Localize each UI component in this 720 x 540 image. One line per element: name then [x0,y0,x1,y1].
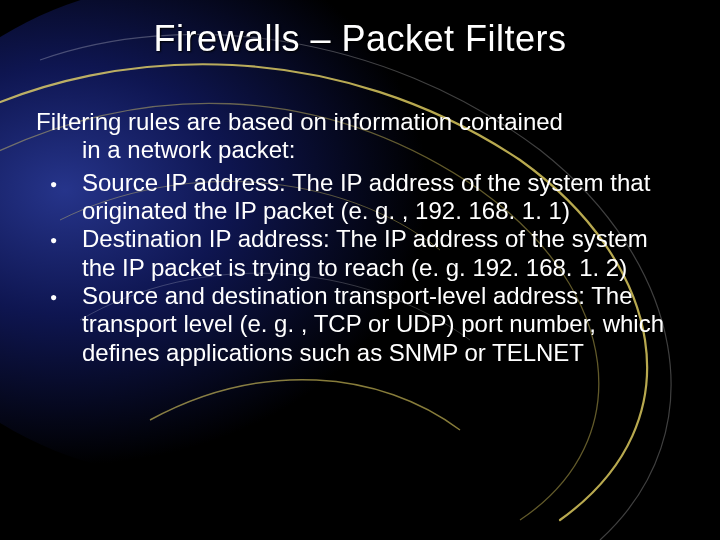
list-item: Source IP address: The IP address of the… [36,169,684,226]
slide-title: Firewalls – Packet Filters [0,18,720,60]
slide: Firewalls – Packet Filters Filtering rul… [0,0,720,540]
bullet-list: Source IP address: The IP address of the… [36,169,684,367]
intro-line-2: in a network packet: [36,136,684,164]
bullet-text: Destination IP address: The IP address o… [82,225,648,280]
list-item: Source and destination transport-level a… [36,282,684,367]
intro-line-1: Filtering rules are based on information… [36,108,563,135]
intro-text: Filtering rules are based on information… [36,108,684,165]
bullet-text: Source IP address: The IP address of the… [82,169,650,224]
list-item: Destination IP address: The IP address o… [36,225,684,282]
slide-body: Filtering rules are based on information… [36,108,684,367]
bullet-text: Source and destination transport-level a… [82,282,664,366]
